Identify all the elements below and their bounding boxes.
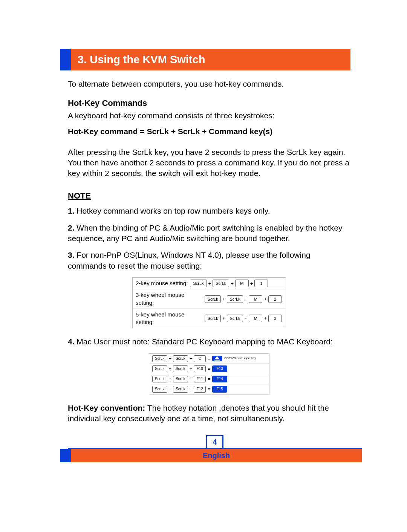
- header-accent: [60, 49, 71, 70]
- plus-icon: +: [250, 280, 253, 287]
- eject-icon: [212, 356, 222, 361]
- row-label: 2-key mouse setting:: [136, 280, 188, 287]
- keycap-result: F13: [212, 365, 227, 372]
- table-row: 3-key wheel mouse setting: ScrLk+ ScrLk+…: [133, 289, 286, 309]
- footer-bar: English: [68, 448, 362, 462]
- plus-icon: +: [190, 386, 193, 393]
- keycap: ScrLk: [173, 355, 188, 362]
- body: To alternate between computers, you use …: [68, 79, 350, 424]
- keycap: F12: [194, 386, 206, 393]
- keycap: M: [249, 315, 262, 322]
- keycap: ScrLk: [173, 386, 188, 393]
- keycap: M: [235, 280, 249, 287]
- footer-language: English: [71, 449, 362, 462]
- page-number: 4: [206, 435, 223, 448]
- note-4-text: Mac User must note: Standard PC Keyboard…: [77, 337, 332, 346]
- plus-icon: +: [245, 315, 248, 322]
- keycap: ScrLk: [205, 295, 221, 303]
- plus-icon: +: [222, 296, 225, 303]
- equals-icon: =: [208, 356, 210, 362]
- plus-icon: +: [190, 365, 193, 372]
- plus-icon: +: [245, 296, 248, 303]
- keycap: F11: [194, 376, 206, 382]
- page-footer: 4 English: [68, 435, 362, 462]
- table-row: ScrLk+ ScrLk+ F11 = F14: [149, 374, 269, 384]
- note-1: 1. Hotkey command works on top row numbe…: [68, 206, 350, 216]
- table-row: 2-key mouse setting: ScrLk+ ScrLk+ M+ 1: [133, 278, 286, 289]
- hotkey-desc: A keyboard hot-key command consists of t…: [68, 110, 350, 121]
- section-title: 3. Using the KVM Switch: [71, 49, 350, 70]
- keycap: 1: [254, 280, 268, 287]
- note-list: 1. Hotkey command works on top row numbe…: [68, 206, 350, 271]
- keycap: ScrLk: [205, 315, 221, 322]
- section-header: 3. Using the KVM Switch: [60, 49, 350, 70]
- footer-accent: [60, 449, 71, 462]
- note-1-text: Hotkey command works on top row numbers …: [77, 206, 270, 215]
- note-3: 3. For non-PnP OS(Linux, Windows NT 4.0)…: [68, 250, 350, 271]
- plus-icon: +: [222, 315, 225, 322]
- plus-icon: +: [190, 355, 193, 362]
- mac-mapping-table: ScrLk+ ScrLk+ C = CD/DVD drive eject key…: [149, 353, 269, 394]
- note-2-post: any PC and Audio/Mic switching are bound…: [104, 234, 290, 243]
- plus-icon: +: [169, 386, 172, 393]
- keycap: ScrLk: [152, 355, 167, 362]
- keycap: ScrLk: [190, 280, 207, 287]
- note-3-num: 3.: [68, 251, 75, 259]
- plus-icon: +: [264, 315, 267, 322]
- keycap: ScrLk: [173, 365, 188, 372]
- note-list-cont: 4. Mac User must note: Standard PC Keybo…: [68, 336, 350, 347]
- hotkey-timing: After pressing the ScrLk key, you have 2…: [68, 147, 350, 179]
- document-page: 3. Using the KVM Switch To alternate bet…: [0, 0, 407, 485]
- keycap-result: F14: [212, 376, 227, 382]
- note-1-num: 1.: [68, 206, 75, 215]
- keycap: ScrLk: [152, 376, 167, 382]
- page-number-row: 4: [68, 435, 362, 448]
- table-row: ScrLk+ ScrLk+ F10 = F13: [149, 364, 269, 374]
- keycap: 2: [268, 295, 282, 303]
- equals-icon: =: [208, 386, 210, 392]
- equals-icon: =: [208, 366, 210, 372]
- intro-text: To alternate between computers, you use …: [68, 79, 350, 89]
- keycap: ScrLk: [227, 295, 243, 303]
- plus-icon: +: [208, 280, 211, 287]
- hotkey-heading: Hot-Key Commands: [68, 98, 350, 109]
- note-4: 4. Mac User must note: Standard PC Keybo…: [68, 336, 350, 347]
- row-label: 3-key wheel mouse setting:: [136, 291, 202, 307]
- keycap: ScrLk: [213, 280, 229, 287]
- note-2: 2. When the binding of PC & Audio/Mic po…: [68, 223, 350, 244]
- table-row: ScrLk+ ScrLk+ F12 = F15: [149, 384, 269, 394]
- keycap: 3: [268, 315, 282, 322]
- keycap: F10: [194, 365, 206, 372]
- note-2-num: 2.: [68, 223, 75, 232]
- keycap: ScrLk: [227, 315, 243, 322]
- mouse-settings-table: 2-key mouse setting: ScrLk+ ScrLk+ M+ 1 …: [132, 277, 286, 328]
- convention-paragraph: Hot-Key convention: The hotkey notation …: [68, 403, 350, 424]
- hotkey-formula: Hot-Key command = ScrLk + ScrLk + Comman…: [68, 126, 350, 137]
- keycap: M: [249, 295, 262, 303]
- plus-icon: +: [231, 280, 234, 287]
- keycap: C: [194, 355, 206, 362]
- table-row: ScrLk+ ScrLk+ C = CD/DVD drive eject key: [149, 354, 269, 364]
- plus-icon: +: [169, 376, 172, 382]
- equals-icon: =: [208, 376, 210, 382]
- eject-label: CD/DVD drive eject key: [224, 357, 256, 360]
- note-4-num: 4.: [68, 337, 75, 346]
- row-label: 5-key wheel mouse setting:: [136, 311, 202, 326]
- plus-icon: +: [169, 365, 172, 372]
- keycap: ScrLk: [173, 376, 188, 382]
- table-row: 5-key wheel mouse setting: ScrLk+ ScrLk+…: [133, 309, 286, 328]
- keycap: ScrLk: [152, 386, 167, 393]
- plus-icon: +: [264, 296, 267, 303]
- plus-icon: +: [169, 355, 172, 362]
- note-3-text: For non-PnP OS(Linux, Windows NT 4.0), p…: [68, 251, 311, 270]
- note-heading: NOTE: [68, 190, 350, 202]
- convention-lead: Hot-Key convention:: [68, 404, 145, 412]
- keycap: ScrLk: [152, 365, 167, 372]
- plus-icon: +: [190, 376, 193, 382]
- keycap-result: F15: [212, 386, 227, 393]
